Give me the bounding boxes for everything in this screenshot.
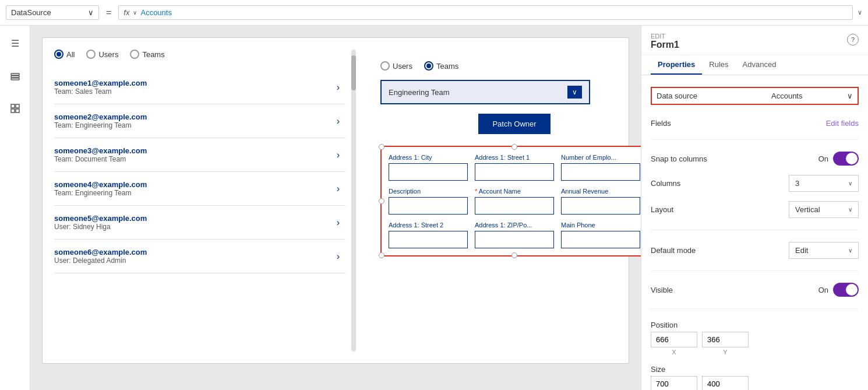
grid-icon[interactable] [5,98,26,119]
position-x-label: X [651,349,697,356]
radio-users[interactable]: Users [86,50,118,59]
list-item-secondary: Team: Document Team [54,155,147,163]
inner-radio-users[interactable]: Users [380,61,412,71]
field-annual-revenue-input[interactable] [561,197,640,215]
datasource-chevron-icon: ∨ [88,8,94,17]
team-dropdown[interactable]: Engineering Team ∨ [380,80,590,104]
radio-all[interactable]: All [54,50,75,59]
snap-to-columns-toggle[interactable] [833,152,859,166]
default-mode-dropdown[interactable]: Edit ∨ [789,242,859,259]
field-address-street1: Address 1: Street 1 [475,154,554,181]
resize-handle-tc[interactable] [511,144,517,150]
inner-radio-teams-circle [424,61,433,71]
svg-rect-3 [11,104,15,108]
list-item-primary: someone5@example.com [54,214,147,223]
field-main-phone-input[interactable] [561,231,640,248]
field-description-input[interactable] [389,197,468,215]
list-item-text: someone1@example.com Team: Sales Team [54,79,147,96]
svg-rect-1 [11,76,19,78]
list-item-text: someone2@example.com Team: Engineering T… [54,113,147,129]
list-item[interactable]: someone4@example.com Team: Engineering T… [54,172,345,206]
list-item-chevron-icon: › [337,116,340,127]
panel-tabs: Properties Rules Advanced [641,55,868,75]
hamburger-icon[interactable]: ☰ [5,33,26,54]
toggle-track [833,152,859,166]
radio-users-label: Users [98,50,118,59]
position-y-group: Y [702,332,749,356]
field-address-zip-input[interactable] [475,231,554,248]
list-item-secondary: Team: Engineering Team [54,189,147,197]
size-height-input[interactable] [702,376,749,390]
form-grid-container: Address 1: City Address 1: Street 1 Numb… [380,146,641,257]
position-row: Position X Y [651,321,859,356]
field-annual-revenue: Annual Revenue [561,188,640,215]
tab-advanced[interactable]: Advanced [736,55,784,75]
datasource-dropdown[interactable]: Accounts ∨ [771,92,853,100]
field-description: Description [389,188,468,215]
datasource-label: DataSource [11,8,51,17]
layers-icon[interactable] [5,65,26,86]
field-address-city-input[interactable] [389,163,468,181]
panel-edit-label: EDIT [651,33,679,40]
help-icon[interactable]: ? [847,34,859,45]
list-item[interactable]: someone3@example.com Team: Document Team… [54,138,345,172]
visible-toggle[interactable] [833,283,859,297]
datasource-row: Data source Accounts ∨ [651,87,859,105]
list-item-primary: someone4@example.com [54,180,147,189]
properties-panel: EDIT Form1 ? Properties Rules Advanced D… [641,26,868,390]
field-address-street2-input[interactable] [389,231,468,248]
size-width-input[interactable] [651,376,697,390]
field-account-name-input[interactable] [475,197,554,215]
radio-teams[interactable]: Teams [130,50,164,59]
field-num-employees-label: Number of Emplo... [561,154,640,161]
datasource-row-label: Data source [657,92,697,100]
list-item-text: someone6@example.com User: Delegated Adm… [54,248,147,265]
columns-label: Columns [651,179,680,188]
columns-dropdown[interactable]: 3 ∨ [789,175,859,192]
fx-chevron-icon: ∨ [133,9,137,16]
field-address-street2-label: Address 1: Street 2 [389,222,468,229]
layout-dropdown[interactable]: Vertical ∨ [789,201,859,218]
formula-bar[interactable]: fx ∨ Accounts [118,5,853,20]
resize-handle-bc[interactable] [511,252,517,258]
list-item-chevron-icon: › [337,150,340,160]
list-item[interactable]: someone5@example.com User: Sidney Higa › [54,206,345,240]
resize-handle-ml[interactable] [379,198,384,204]
position-x-input[interactable] [651,332,697,347]
divider [651,139,859,140]
svg-rect-5 [11,109,15,113]
list-item-text: someone4@example.com Team: Engineering T… [54,180,147,197]
list-item-chevron-icon: › [337,184,340,194]
formula-value: Accounts [140,8,171,17]
list-item-secondary: User: Sidney Higa [54,223,147,231]
svg-rect-4 [16,104,19,108]
list-item-primary: someone1@example.com [54,79,147,87]
visible-row: Visible On [651,283,859,297]
scrollbar-track [351,50,356,352]
list-item[interactable]: someone1@example.com Team: Sales Team › [54,71,345,104]
tab-properties[interactable]: Properties [651,55,702,75]
svg-rect-2 [11,78,19,80]
scrollbar-thumb[interactable] [351,55,356,90]
field-num-employees-input[interactable] [561,163,640,181]
inner-radio-teams[interactable]: Teams [424,61,458,71]
list-item[interactable]: someone2@example.com Team: Engineering T… [54,104,345,138]
people-list: someone1@example.com Team: Sales Team › … [54,71,345,273]
resize-handle-bl[interactable] [379,252,384,258]
list-item-primary: someone3@example.com [54,146,147,155]
position-y-input[interactable] [702,332,749,347]
position-y-label: Y [702,349,749,356]
snap-to-columns-row: Snap to columns On [651,152,859,166]
datasource-dropdown-chevron-icon: ∨ [847,92,853,100]
edit-fields-link[interactable]: Edit fields [826,119,859,128]
list-item-secondary: Team: Sales Team [54,87,147,96]
field-address-street1-input[interactable] [475,163,554,181]
radio-all-circle [54,50,63,59]
resize-handle-tl[interactable] [379,144,384,150]
datasource-select[interactable]: DataSource ∨ [6,5,99,20]
list-item[interactable]: someone6@example.com User: Delegated Adm… [54,240,345,273]
radio-users-circle [86,50,96,59]
tab-rules[interactable]: Rules [702,55,735,75]
divider [651,230,859,230]
patch-owner-button[interactable]: Patch Owner [478,114,550,134]
